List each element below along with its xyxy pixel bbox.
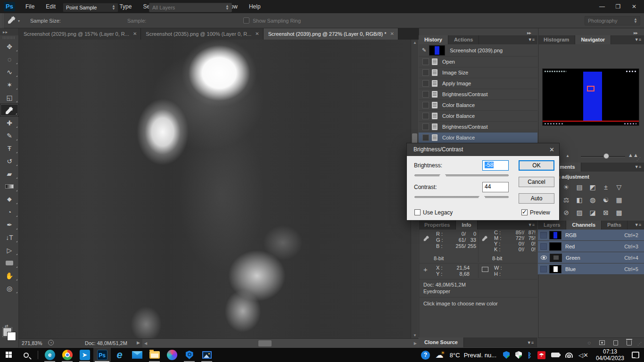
options-bar-grip[interactable] (0, 13, 4, 28)
channel-row-red[interactable]: Red Ctrl+3 (538, 241, 644, 252)
history-source-well[interactable] (422, 91, 429, 98)
eraser-tool[interactable]: ▰ (0, 167, 19, 180)
visibility-well[interactable] (540, 266, 547, 272)
color-balance-adjustment-icon[interactable]: ⚖ (561, 195, 572, 205)
zoom-tool[interactable]: ◎ (0, 282, 19, 295)
shape-tool[interactable] (0, 256, 19, 269)
menu-file[interactable]: File (20, 0, 40, 13)
taskbar-iobit-shield[interactable] (181, 348, 198, 362)
window-resize-grip[interactable]: ⋰ (637, 341, 642, 346)
minimize-button[interactable]: — (594, 1, 610, 12)
clone-stamp-tool[interactable]: Ŧ (0, 142, 19, 155)
horizontal-scroll-thumb[interactable] (258, 340, 272, 346)
panel-menu-icon[interactable]: ▼≡ (635, 165, 641, 169)
eyedropper-options-icon[interactable] (8, 16, 16, 26)
tray-clock[interactable]: 07:13 04/04/2023 (596, 348, 624, 362)
history-row-color-balance-2[interactable]: Color Balance (419, 111, 537, 122)
panel-menu-icon[interactable]: ▼≡ (527, 340, 534, 347)
taskbar-internet-explorer[interactable]: e (111, 348, 128, 362)
auto-button[interactable]: Auto (519, 193, 554, 204)
history-source-well[interactable] (422, 58, 429, 65)
tray-bluetooth[interactable]: ᛒ (528, 351, 532, 359)
action-center-button[interactable] (632, 352, 639, 358)
navigator-preview[interactable] (542, 68, 639, 126)
contrast-slider[interactable] (414, 196, 509, 198)
nav-zoom-slider[interactable] (581, 156, 625, 157)
brightness-slider-thumb[interactable] (439, 173, 446, 180)
taskbar-image-viewer[interactable] (198, 348, 215, 362)
panel-resize-grip[interactable]: ⋰ (636, 156, 641, 161)
collapse-panels-icon[interactable]: ▸▸ (634, 30, 637, 35)
menu-help[interactable]: Help (243, 0, 266, 13)
start-button[interactable] (0, 348, 17, 362)
history-row-color-balance-1[interactable]: Color Balance (419, 100, 537, 111)
nav-zoom-out-icon[interactable]: ▲ (566, 154, 570, 158)
taskbar-file-explorer[interactable] (146, 348, 163, 362)
history-row-brightness-contrast[interactable]: Brightness/Contrast (419, 89, 537, 100)
move-tool[interactable]: ✥ (0, 40, 19, 53)
history-source-well[interactable] (422, 69, 429, 76)
background-color-swatch[interactable] (7, 332, 16, 341)
dialog-close-icon[interactable]: ✕ (549, 143, 554, 156)
history-row-image-size[interactable]: Image Size (419, 67, 537, 78)
history-source-well[interactable] (422, 113, 429, 119)
use-legacy-checkbox[interactable] (414, 209, 421, 215)
gradient-tool[interactable] (0, 180, 19, 193)
history-snapshot-row[interactable]: ✎ Screenshot (2039).png (419, 44, 537, 57)
crop-tool[interactable]: ◱ (0, 91, 19, 104)
swap-colors-icon[interactable]: ⇄ (5, 324, 8, 329)
history-brush-source-icon[interactable]: ✎ (422, 47, 426, 53)
delete-channel-icon[interactable] (627, 340, 632, 346)
history-row-brightness-contrast-2[interactable]: Brightness/Contrast (419, 122, 537, 132)
zoom-level[interactable]: 271,83% (22, 340, 42, 346)
tray-avira[interactable]: ☂ (537, 351, 545, 359)
history-source-well[interactable] (422, 102, 429, 108)
workspace-dropdown[interactable]: Photography ▲▼ (585, 16, 640, 25)
brush-tool[interactable]: ✎ (0, 129, 19, 142)
history-row-open[interactable]: Open (419, 57, 537, 67)
status-flyout-icon[interactable]: ▶ (137, 340, 140, 345)
path-select-tool[interactable]: ▷ (0, 244, 19, 256)
taskbar-edge[interactable]: e (41, 348, 58, 362)
history-source-well[interactable] (422, 123, 429, 130)
load-selection-icon[interactable]: ◌ (587, 340, 591, 346)
dodge-tool[interactable]: ◔ (0, 206, 19, 218)
dialog-title-bar[interactable]: Brightness/Contrast ✕ (407, 143, 559, 156)
lasso-tool[interactable]: ∿ (0, 66, 19, 78)
gradient-map-adjustment-icon[interactable]: ⊠ (600, 208, 611, 217)
tools-collapse-button[interactable]: ▸▸ (0, 28, 18, 35)
levels-adjustment-icon[interactable]: ▤ (574, 182, 585, 192)
scroll-up-icon[interactable]: ▲ (411, 41, 419, 45)
contrast-input[interactable]: 44 (482, 182, 509, 192)
preview-checkbox[interactable] (521, 209, 528, 215)
menu-edit[interactable]: Edit (40, 0, 61, 13)
tray-weather[interactable]: ☁ ☀ (436, 350, 445, 360)
taskbar-search-button[interactable] (17, 348, 35, 362)
visibility-eye-icon[interactable] (541, 255, 547, 260)
tray-battery[interactable] (551, 353, 560, 357)
tab-close-icon[interactable]: ✕ (255, 28, 259, 40)
hand-tool[interactable]: ✋ (0, 269, 19, 282)
tab-close-icon[interactable]: ✕ (390, 28, 394, 40)
close-button[interactable]: ✕ (626, 1, 642, 12)
weather-description[interactable]: Preval. nu... (464, 352, 496, 359)
tray-volume-muted[interactable]: ◁✕ (578, 352, 588, 359)
channel-row-rgb[interactable]: RGB Ctrl+2 (538, 230, 644, 241)
panel-menu-icon[interactable]: ▼≡ (635, 222, 641, 227)
history-brush-tool[interactable]: ↺ (0, 155, 19, 167)
save-selection-icon[interactable] (599, 340, 605, 345)
pen-tool[interactable]: ✒ (0, 218, 19, 231)
brightness-contrast-adjustment-icon[interactable]: ☀ (561, 182, 572, 192)
scroll-down-icon[interactable]: ▼ (411, 333, 419, 337)
tab-info[interactable]: Info (456, 221, 477, 230)
nav-zoom-slider-thumb[interactable] (603, 153, 609, 159)
black-white-adjustment-icon[interactable]: ◧ (574, 195, 585, 205)
posterize-adjustment-icon[interactable]: ▨ (574, 208, 585, 217)
restore-button[interactable]: ❐ (610, 1, 626, 12)
ok-button[interactable]: OK (519, 160, 554, 171)
doc-tab-2[interactable]: Screenshot (2035).png @ 100% (Layer 0, R… (141, 28, 263, 40)
blur-tool[interactable]: ⬥ (0, 193, 19, 206)
navigator-view-box[interactable] (587, 86, 594, 91)
tab-close-icon[interactable]: ✕ (133, 28, 137, 40)
brightness-slider[interactable] (414, 174, 509, 176)
